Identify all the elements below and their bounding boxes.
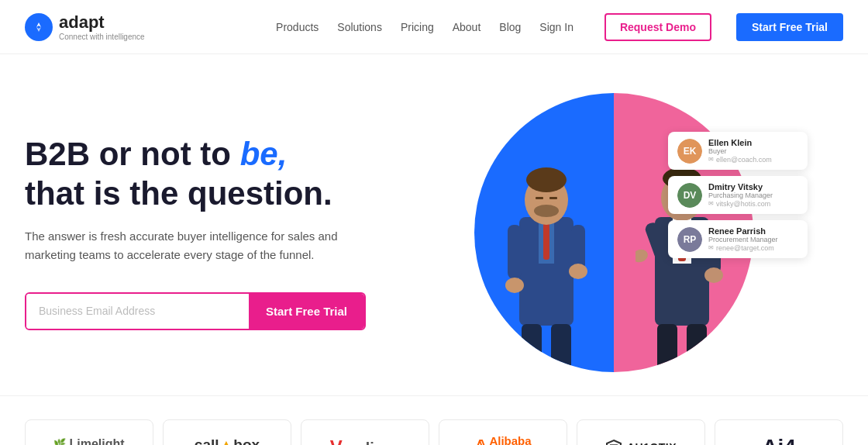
svg-point-28: [636, 247, 649, 264]
nav-signin[interactable]: Sign In: [539, 21, 574, 33]
logo-autotix: AU1OTIX: [577, 419, 705, 445]
autotix-name: AU1OTIX: [627, 441, 677, 445]
logo-tagline: Connect with intelligence: [59, 33, 145, 41]
callbox-name: call▲box: [195, 436, 260, 446]
logo-area[interactable]: adapt Connect with intelligence: [25, 12, 145, 41]
hero-right: ? ? ?: [428, 85, 800, 380]
profile-info-2: Dmitry Vitsky Purchasing Manager ✉ vitsk…: [708, 182, 773, 208]
profile-info-3: Renee Parrish Procurement Manager ✉ rene…: [708, 226, 778, 252]
svg-rect-7: [543, 221, 549, 260]
logo-icon: [25, 13, 53, 41]
autotix-shield-icon: [605, 439, 622, 445]
profile-email-3: renee@target.com: [716, 244, 774, 252]
headline-part1: B2B or not to: [25, 136, 240, 172]
svg-rect-10: [536, 197, 543, 199]
nav-pricing[interactable]: Pricing: [401, 21, 434, 33]
logo-limelight: 🌿 Limelight NETWORKS: [25, 419, 153, 445]
svg-rect-18: [551, 324, 571, 371]
profile-card-2: DV Dmitry Vitsky Purchasing Manager ✉ vi…: [668, 176, 808, 214]
start-trial-hero-button[interactable]: Start Free Trial: [249, 294, 364, 329]
svg-point-12: [534, 205, 559, 217]
svg-point-16: [569, 264, 587, 279]
headline-highlight: be,: [240, 136, 288, 172]
hero-form: Start Free Trial: [25, 292, 366, 330]
svg-rect-11: [549, 197, 557, 199]
avatar-2: DV: [677, 183, 702, 208]
avatar-3: RP: [677, 227, 702, 252]
profile-email-2: vitsky@hotis.com: [716, 200, 770, 208]
logo-text: adapt Connect with intelligence: [59, 12, 145, 41]
person-left-svg: [500, 155, 593, 372]
profile-card-1: EK Ellen Klein Buyer ✉ ellen@coach.com: [668, 132, 808, 170]
email-icon-2: ✉: [708, 200, 714, 207]
alibaba-icon: 𝔸: [474, 437, 487, 445]
profile-name-1: Ellen Klein: [708, 138, 772, 147]
nav-about[interactable]: About: [453, 21, 481, 33]
logo-ai4: Ai4: [715, 419, 843, 445]
email-icon-1: ✉: [708, 156, 714, 163]
hero-left: B2B or not to be, that is the question. …: [25, 135, 428, 330]
svg-point-15: [505, 278, 524, 293]
nav-solutions[interactable]: Solutions: [337, 21, 382, 33]
limelight-icon: 🌿: [53, 438, 66, 445]
start-trial-nav-button[interactable]: Start Free Trial: [736, 13, 843, 41]
email-icon-3: ✉: [708, 244, 714, 251]
profile-role-3: Procurement Manager: [708, 236, 778, 243]
svg-rect-13: [508, 225, 522, 279]
profile-name-2: Dmitry Vitsky: [708, 182, 773, 191]
profile-cards: EK Ellen Klein Buyer ✉ ellen@coach.com D…: [668, 132, 808, 258]
hero-subtext: The answer is fresh accurate buyer intel…: [25, 227, 358, 264]
request-demo-button[interactable]: Request Demo: [604, 13, 711, 41]
ai4-name: Ai4: [762, 435, 796, 445]
svg-point-29: [704, 267, 723, 283]
nav-blog[interactable]: Blog: [499, 21, 521, 33]
navbar: adapt Connect with intelligence Products…: [0, 0, 868, 54]
profile-name-3: Renee Parrish: [708, 226, 778, 236]
svg-rect-30: [657, 324, 677, 371]
profile-role-2: Purchasing Manager: [708, 191, 773, 199]
hero-section: B2B or not to be, that is the question. …: [0, 54, 868, 395]
logo-vendisys: Vendisys: [301, 419, 429, 445]
profile-info-1: Ellen Klein Buyer ✉ ellen@coach.com: [708, 138, 772, 164]
svg-rect-17: [522, 324, 542, 371]
email-input[interactable]: [26, 294, 249, 329]
svg-point-0: [32, 20, 46, 34]
logo-name: adapt: [59, 12, 145, 33]
logos-grid: 🌿 Limelight NETWORKS call▲box LEAD MANAG…: [25, 419, 843, 445]
limelight-brand: Limelight: [69, 437, 124, 446]
logo-alibaba: 𝔸 Alibaba Group: [439, 419, 567, 445]
avatar-1: EK: [677, 139, 702, 164]
vendisys-name: Vendisys: [330, 436, 401, 445]
person-left: [482, 109, 610, 372]
nav-links: Products Solutions Pricing About Blog Si…: [276, 13, 843, 41]
svg-rect-31: [687, 324, 707, 371]
profile-email-1: ellen@coach.com: [716, 156, 772, 164]
headline-part2: that is the question.: [25, 175, 332, 212]
profile-role-1: Buyer: [708, 147, 772, 155]
svg-point-9: [526, 167, 567, 192]
logo-callbox: call▲box LEAD MANAGEMENT SOLUTIONS: [163, 419, 291, 445]
hero-headline: B2B or not to be, that is the question.: [25, 135, 428, 213]
logos-section: 🌿 Limelight NETWORKS call▲box LEAD MANAG…: [0, 395, 868, 445]
alibaba-name: Alibaba: [489, 435, 531, 446]
nav-products[interactable]: Products: [276, 21, 319, 33]
profile-card-3: RP Renee Parrish Procurement Manager ✉ r…: [668, 220, 808, 258]
